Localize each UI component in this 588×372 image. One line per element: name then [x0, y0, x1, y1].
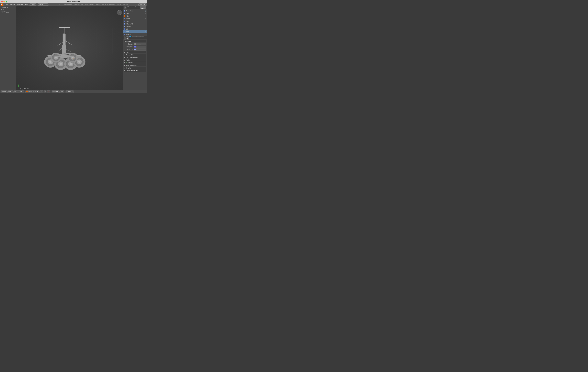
outliner-item[interactable]: ▽ Tires.001 [123, 33, 147, 36]
mode-selector[interactable]: Object Mode ▼ [25, 90, 39, 93]
menu-render[interactable]: Render [9, 3, 16, 6]
outliner-item[interactable]: ▽ Rudder [123, 20, 147, 22]
outliner-menu-btn[interactable]: ☰ [124, 7, 126, 9]
menu-window[interactable]: Window [16, 3, 23, 6]
menu-file[interactable]: File [4, 3, 9, 6]
audio-section-header[interactable]: ▶ Audio [124, 59, 147, 61]
object-label: Object [19, 91, 23, 92]
minimize-button[interactable] [3, 1, 5, 2]
tab-view[interactable]: View [130, 6, 134, 9]
constraints-icon[interactable]: 🔗 [142, 36, 144, 37]
material-icon[interactable]: ● [126, 37, 129, 40]
outliner-header: ☰ Info View Search All Scenes [123, 6, 147, 9]
color-management-header[interactable]: ▶ Color Management [124, 56, 147, 59]
tab-all-scenes[interactable]: All Scenes [140, 6, 147, 9]
rigid-body-world-header[interactable]: ▶ Rigid Body World [124, 64, 147, 66]
section-arrow: ▶ [125, 52, 125, 53]
outliner-item[interactable]: ▽ Spoilers [123, 25, 147, 28]
close-button[interactable] [1, 1, 3, 2]
visibility-icon[interactable]: 👁 [145, 31, 147, 32]
camera-clear-btn[interactable]: ✕ [145, 43, 146, 45]
prop-icon-row: 🎬 🎞 🌐 ⬡ 🔧 ✦ ⚙ 🔗 △ ● [124, 36, 147, 40]
item-icons: 👁 [145, 13, 147, 14]
blender-icon[interactable]: B [0, 3, 3, 6]
world-settings-icon[interactable]: 🌐 [129, 36, 131, 37]
layout-selector[interactable]: Default [30, 3, 36, 6]
particles-icon[interactable]: ✦ [137, 36, 139, 37]
keying-sets-section: ▶ Keying Sets [124, 53, 147, 56]
svg-rect-39 [54, 56, 74, 57]
view-btn[interactable]: ⊞ View [0, 90, 7, 93]
visibility-icon[interactable]: 👁 [143, 10, 144, 11]
properties-panel: 🎬 🎞 🌐 ⬡ 🔧 ✦ ⚙ 🔗 △ ● ▶ Scene [123, 36, 147, 90]
modifier-icon[interactable]: 🔧 [134, 36, 136, 37]
outliner-item[interactable]: ▽ Sphere.001 [123, 22, 147, 25]
svg-point-41 [73, 58, 74, 59]
closest-btn[interactable]: Closest ▼ [65, 90, 74, 93]
window-title: A350 - 1000.blend [67, 1, 80, 2]
svg-point-34 [55, 57, 57, 58]
outliner-item[interactable]: ▽ Tail [123, 28, 147, 30]
tab-search[interactable]: Search [135, 6, 140, 9]
bottom-toolbar: ⊞ View Select Add Object Object Mode ▼ ⊙… [0, 90, 147, 93]
physics-icon[interactable]: ⚙ [139, 36, 142, 37]
outliner-item[interactable]: ▽ Pylons 👁 [123, 17, 147, 20]
item-icons: 👁 [145, 18, 147, 19]
scene-selector[interactable]: Scene [38, 3, 48, 6]
viewport[interactable]: TOP Z X Y (11) Tires.004 [16, 6, 123, 90]
svg-line-7 [57, 48, 62, 52]
simplify-section-header[interactable]: ▶ Simplify [124, 67, 147, 69]
outliner-item[interactable]: ⊙ Point [123, 15, 147, 17]
object-btn[interactable]: Object [18, 90, 24, 93]
keying-sets-header[interactable]: ▶ Keying Sets [124, 54, 147, 56]
visibility-icon[interactable]: 👁 [145, 18, 147, 19]
visibility-icon[interactable]: 👁 [145, 13, 147, 14]
mesh-icon: ▽ [124, 21, 125, 22]
camera-value[interactable]: Camera ✕ [134, 43, 147, 45]
item-label: Spoilers [126, 26, 131, 27]
active-object[interactable]: Tires.004 [138, 3, 147, 6]
outliner-item[interactable]: ▽ Outer Slats 👁 ↖ 📷 [123, 10, 147, 12]
gravity-section-header[interactable]: ▶ Gravity [124, 62, 147, 64]
outliner-item-tires[interactable]: ▽ Tires 👁 [123, 30, 147, 33]
units-section-header[interactable]: ▶ Units [124, 51, 147, 53]
rigid-body-world-section: ▶ Rigid Body World [124, 64, 147, 66]
scene-settings-icon[interactable]: 🎞 [126, 36, 129, 37]
view-label: View [3, 91, 6, 92]
mesh-icon: ▽ [124, 23, 125, 25]
mesh-icon: ▽ [124, 13, 125, 14]
custom-properties-section: ▶ Custom Properties [124, 69, 147, 72]
maximize-button[interactable] [6, 1, 7, 2]
layers-btn[interactable]: ⊞⊞ [60, 90, 64, 93]
custom-properties-label: Custom Properties [126, 70, 138, 71]
custom-properties-header[interactable]: ▶ Custom Properties [124, 69, 147, 72]
3d-model [37, 23, 92, 73]
viewport-status: (11) Tires.004 [20, 88, 29, 89]
add-btn[interactable]: Add [13, 90, 18, 93]
camera-row: Camera Camera ✕ [124, 43, 147, 45]
outliner-list: ▽ Outer Slats 👁 ↖ 📷 ▽ Plane 👁 [123, 9, 147, 36]
outliner: ☰ Info View Search All Scenes ▽ Outer Sl… [123, 6, 147, 36]
background-value[interactable] [134, 46, 147, 48]
render-settings-icon[interactable]: 🎬 [124, 36, 126, 37]
gravity-label: Gravity [128, 62, 133, 64]
tab-info[interactable]: Info [127, 6, 130, 9]
snap-btn[interactable]: 🧲 [47, 90, 50, 93]
object-settings-icon[interactable]: ⬡ [132, 36, 134, 37]
select-btn[interactable]: Select [7, 90, 13, 93]
transform-btn[interactable]: ⊕ [43, 90, 46, 93]
pivot-btn[interactable]: ⊙ [40, 90, 43, 93]
section-arrow: ▶ [125, 62, 125, 64]
active-clip-value[interactable] [134, 49, 147, 51]
menu-help[interactable]: Help [24, 3, 29, 6]
mode-arrow: ▼ [37, 91, 38, 92]
units-section: ▶ Units [124, 51, 147, 53]
cursor-icon[interactable]: ↖ [144, 10, 145, 11]
render-icon[interactable]: 📷 [145, 10, 147, 11]
status-label: SStatus: UNDEFINED [1, 11, 15, 14]
nav-cube[interactable]: TOP [117, 10, 123, 15]
data-icon[interactable]: △ [124, 37, 126, 40]
gravity-checkbox[interactable] [126, 62, 127, 64]
global-btn[interactable]: Global ▼ [52, 90, 59, 93]
outliner-item[interactable]: ▽ Plane 👁 [123, 12, 147, 15]
